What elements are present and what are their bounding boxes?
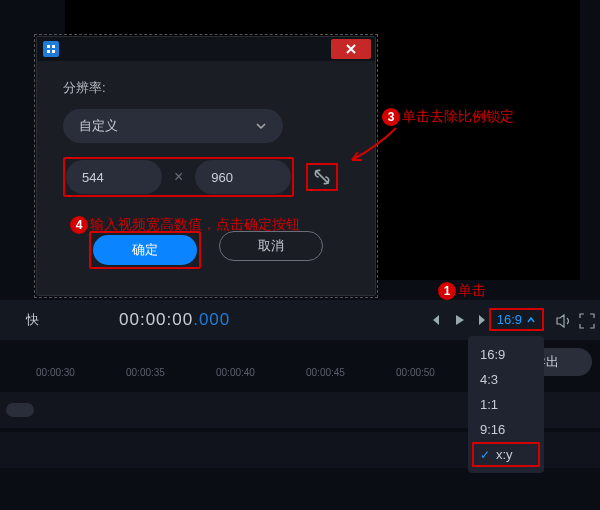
select-value: 自定义	[79, 117, 118, 135]
volume-button[interactable]	[554, 312, 572, 334]
svg-rect-3	[52, 50, 55, 53]
callout-3: 3 单击去除比例锁定	[382, 108, 514, 126]
fullscreen-button[interactable]	[578, 312, 596, 334]
callout-text-1: 单击	[458, 282, 486, 300]
ruler-tick: 00:00:30	[36, 367, 75, 378]
chevron-up-icon	[526, 315, 536, 325]
app-icon	[43, 41, 59, 57]
cancel-button[interactable]: 取消	[219, 231, 323, 261]
callout-1: 1 单击	[438, 282, 486, 300]
resolution-label: 分辨率:	[63, 79, 349, 97]
close-button[interactable]	[331, 39, 371, 59]
callout-text-3: 单击去除比例锁定	[402, 108, 514, 126]
ratio-item-4-3[interactable]: 4:3	[468, 367, 544, 392]
svg-rect-0	[47, 45, 50, 48]
ruler-tick: 00:00:40	[216, 367, 255, 378]
transport-controls	[428, 313, 490, 327]
callout-badge-3: 3	[382, 108, 400, 126]
ratio-item-1-1[interactable]: 1:1	[468, 392, 544, 417]
ok-button[interactable]: 确定	[93, 235, 197, 265]
track-toggle[interactable]	[6, 403, 34, 417]
play-button[interactable]	[452, 313, 466, 327]
input-highlight-box: 544 × 960	[63, 157, 294, 197]
prev-frame-button[interactable]	[428, 313, 442, 327]
speaker-icon	[554, 312, 572, 330]
ratio-item-xy[interactable]: ✓ x:y	[472, 442, 540, 467]
ruler-tick: 00:00:45	[306, 367, 345, 378]
timecode-display: 00:00:00.000	[119, 310, 230, 330]
times-icon: ×	[174, 168, 183, 186]
aspect-ratio-button[interactable]: 16:9	[489, 308, 544, 331]
height-input[interactable]: 960	[195, 160, 291, 194]
aspect-ratio-menu: 16:9 4:3 1:1 9:16 ✓ x:y	[468, 336, 544, 473]
dialog-titlebar	[37, 37, 375, 61]
timeline-toolbar: 快 00:00:00.000 16:9	[0, 300, 600, 340]
chevron-down-icon	[255, 120, 267, 132]
resolution-dialog: 分辨率: 自定义 544 × 960	[36, 36, 376, 296]
lock-ratio-button[interactable]	[306, 163, 338, 191]
callout-badge-4: 4	[70, 216, 88, 234]
callout-3-arrow	[348, 126, 398, 166]
ratio-item-9-16[interactable]: 9:16	[468, 417, 544, 442]
ok-button-highlight: 确定	[89, 231, 201, 269]
callout-4: 4 输入视频宽高数值，点击确定按钮	[70, 216, 300, 234]
resolution-select[interactable]: 自定义	[63, 109, 283, 143]
svg-rect-2	[47, 50, 50, 53]
expand-icon	[578, 312, 596, 330]
ruler-tick: 00:00:50	[396, 367, 435, 378]
ratio-item-16-9[interactable]: 16:9	[468, 342, 544, 367]
ruler-tick: 00:00:35	[126, 367, 165, 378]
unlink-icon	[312, 167, 332, 187]
quick-label: 快	[26, 311, 39, 329]
check-icon: ✓	[480, 448, 490, 462]
svg-rect-1	[52, 45, 55, 48]
width-input[interactable]: 544	[66, 160, 162, 194]
callout-text-4: 输入视频宽高数值，点击确定按钮	[90, 216, 300, 234]
callout-badge-1: 1	[438, 282, 456, 300]
